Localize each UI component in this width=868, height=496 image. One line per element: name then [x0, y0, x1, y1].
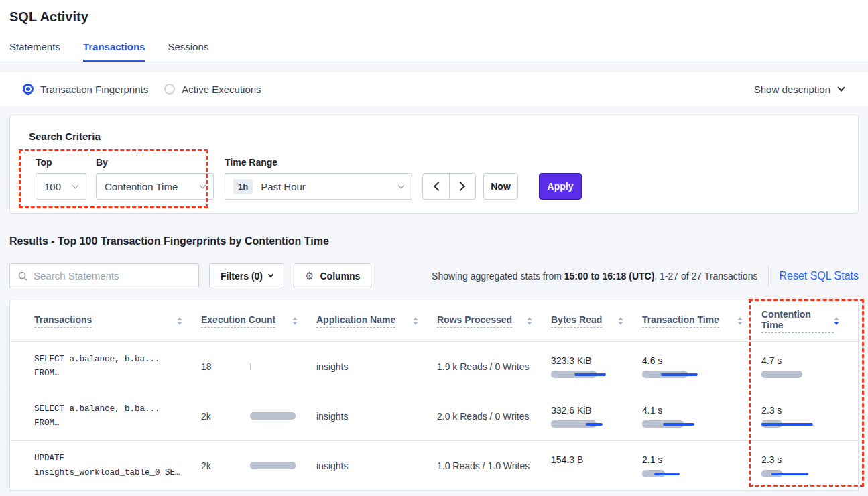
filters-label: Filters (0) — [221, 271, 263, 282]
transaction-time-bar — [642, 420, 688, 428]
transaction-query-link[interactable]: SELECT a.balance, b.ba... FROM… — [34, 402, 201, 430]
rows-processed-cell: 1.0 Reads / 1.0 Writes — [437, 460, 551, 471]
contention-time-cell: 2.3 s — [761, 454, 858, 477]
execution-count-bar — [250, 412, 296, 420]
transaction-query-link[interactable]: SELECT a.balance, b.ba... FROM… — [34, 353, 201, 381]
execution-count-bar — [250, 462, 296, 469]
search-statements-input[interactable] — [34, 270, 190, 282]
radio-transaction-fingerprints[interactable]: Transaction Fingerprints — [23, 84, 148, 95]
transaction-time-bar — [642, 470, 688, 477]
by-field: By Contention Time — [96, 157, 214, 200]
chevron-down-icon — [398, 182, 405, 188]
bytes-read-cell: 154.3 B — [551, 454, 642, 477]
application-name-cell: insights — [316, 361, 437, 372]
filters-button[interactable]: Filters (0) — [209, 263, 284, 288]
bytes-read-bar — [551, 371, 597, 378]
transactions-table: Transactions Execution Count Application… — [9, 300, 859, 491]
reset-sql-stats-link[interactable]: Reset SQL Stats — [779, 270, 859, 282]
contention-time-cell: 4.7 s — [761, 355, 858, 378]
application-name-cell: insights — [316, 411, 437, 422]
execution-count-bar — [250, 363, 296, 370]
time-range-value: Past Hour — [261, 181, 306, 192]
sort-icon — [177, 317, 182, 325]
transaction-query-link[interactable]: UPDATE insights_workload_table_0 SE… — [34, 452, 201, 480]
view-mode-bar: Transaction Fingerprints Active Executio… — [0, 72, 868, 106]
transaction-time-cell: 4.1 s — [642, 405, 761, 428]
page-content: Search Criteria Top 100 By Contention Ti… — [0, 115, 868, 491]
rows-processed-cell: 1.9 k Reads / 0 Writes — [437, 361, 551, 372]
search-icon — [18, 271, 27, 281]
chevron-down-icon — [837, 84, 845, 91]
sort-icon — [292, 317, 298, 325]
bytes-read-cell: 323.3 KiB — [551, 355, 642, 378]
transaction-time-cell: 2.1 s — [642, 454, 761, 477]
next-time-range-button[interactable] — [449, 174, 475, 199]
application-name-cell: insights — [316, 460, 437, 471]
top-field: Top 100 — [29, 157, 86, 200]
contention-time-cell: 2.3 s — [761, 405, 858, 428]
by-label: By — [96, 157, 214, 168]
column-header-bytes-read[interactable]: Bytes Read — [551, 314, 642, 328]
column-header-application-name[interactable]: Application Name — [316, 314, 437, 328]
radio-label: Transaction Fingerprints — [40, 84, 148, 95]
toolbar-divider — [768, 265, 769, 287]
top-select[interactable]: 100 — [36, 173, 86, 200]
sort-icon-active-desc — [834, 317, 839, 325]
by-select-value: Contention Time — [105, 181, 178, 192]
table-row: SELECT a.balance, b.ba... FROM… 2k insig… — [10, 391, 858, 441]
column-header-transactions[interactable]: Transactions — [34, 314, 201, 328]
sort-icon — [618, 317, 623, 325]
top-select-value: 100 — [44, 181, 61, 192]
time-range-nav — [422, 173, 476, 200]
now-button[interactable]: Now — [483, 173, 518, 200]
previous-time-range-button[interactable] — [423, 174, 449, 199]
transaction-time-cell: 4.6 s — [642, 355, 761, 378]
contention-time-bar — [761, 371, 807, 378]
chevron-right-icon — [456, 182, 465, 191]
top-label: Top — [36, 157, 86, 168]
search-statements-box — [9, 263, 199, 288]
chevron-down-icon — [200, 182, 206, 188]
execution-count-cell: 18 — [201, 361, 316, 372]
chevron-down-icon — [268, 271, 273, 277]
gear-icon: ⚙ — [305, 270, 314, 282]
sort-icon — [527, 317, 532, 325]
show-description-toggle[interactable]: Show description — [754, 84, 844, 95]
page-header: SQL Activity Statements Transactions Ses… — [0, 0, 868, 62]
time-range-select[interactable]: 1h Past Hour — [225, 173, 412, 200]
chevron-down-icon — [72, 182, 79, 188]
time-range-field: Time Range 1h Past Hour — [225, 157, 412, 200]
tab-transactions[interactable]: Transactions — [83, 41, 145, 62]
sort-icon — [413, 317, 418, 325]
time-range-badge: 1h — [233, 179, 253, 194]
execution-count-cell: 2k — [201, 460, 316, 471]
radio-selected-icon — [23, 84, 34, 95]
rows-processed-cell: 2.0 k Reads / 0 Writes — [437, 411, 551, 422]
search-criteria-panel: Search Criteria Top 100 By Contention Ti… — [9, 115, 859, 214]
column-header-contention-time[interactable]: Contention Time — [761, 309, 858, 333]
bytes-read-bar — [551, 420, 597, 428]
column-header-execution-count[interactable]: Execution Count — [201, 314, 316, 328]
time-range-label: Time Range — [225, 157, 412, 168]
sort-icon — [737, 317, 743, 325]
tab-bar: Statements Transactions Sessions — [0, 41, 868, 62]
table-header-row: Transactions Execution Count Application… — [10, 300, 858, 342]
chevron-left-icon — [433, 182, 442, 191]
bytes-read-bar — [551, 470, 597, 477]
execution-count-cell: 2k — [201, 411, 316, 422]
radio-unselected-icon — [164, 84, 175, 95]
showing-stats-text: Showing aggregated stats from 15:00 to 1… — [432, 271, 757, 282]
tab-sessions[interactable]: Sessions — [168, 41, 208, 62]
apply-button[interactable]: Apply — [539, 173, 582, 200]
search-criteria-title: Search Criteria — [29, 131, 858, 142]
column-header-transaction-time[interactable]: Transaction Time — [642, 314, 761, 328]
tab-statements[interactable]: Statements — [9, 41, 60, 62]
column-header-rows-processed[interactable]: Rows Processed — [437, 314, 551, 328]
bytes-read-cell: 332.6 KiB — [551, 405, 642, 428]
transaction-time-bar — [642, 371, 688, 378]
radio-active-executions[interactable]: Active Executions — [164, 84, 261, 95]
view-mode-radio-group: Transaction Fingerprints Active Executio… — [23, 84, 261, 95]
show-description-label: Show description — [754, 84, 830, 95]
columns-button[interactable]: ⚙ Columns — [294, 263, 371, 288]
by-select[interactable]: Contention Time — [96, 173, 214, 200]
